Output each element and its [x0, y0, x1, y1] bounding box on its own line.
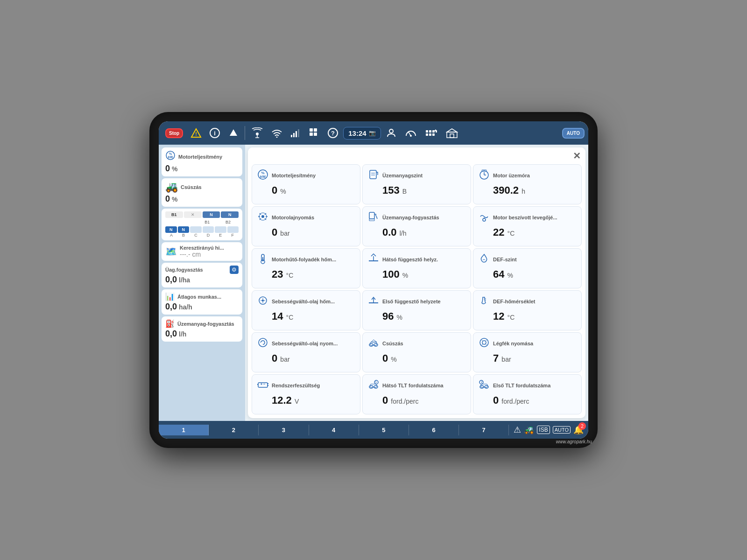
svg-point-66 — [369, 343, 373, 346]
notification-count: 2 — [578, 422, 586, 430]
card-icon-1 — [367, 168, 380, 183]
notification-container: 🔔 2 — [573, 425, 584, 435]
svg-point-53 — [261, 260, 265, 264]
field-grid-icon[interactable] — [422, 125, 441, 141]
apps-grid-icon[interactable] — [306, 125, 323, 141]
tab-7[interactable]: 7 — [459, 425, 509, 435]
sidebar: % kW Motorteljesítmény 0 % 🚜 — [159, 145, 245, 421]
svg-marker-69 — [371, 340, 377, 342]
fuel-icon: ⛽ — [165, 319, 175, 328]
data-card-16[interactable]: Hátsó TLT fordulatszáma 0 ford./perc — [362, 374, 471, 414]
card-header-10: Első függesztő helyzete — [367, 294, 466, 309]
camera-icon: 📷 — [369, 130, 376, 136]
data-card-8[interactable]: DEF-szint 64 % — [473, 248, 582, 288]
card-unit-9: °C — [286, 314, 294, 321]
card-value-12: 0 bar — [257, 352, 355, 364]
data-card-11[interactable]: DEF-hőmérséklet 12 °C — [473, 290, 582, 330]
card-unit-6: °C — [286, 272, 294, 279]
card-icon-2 — [478, 168, 490, 183]
svg-point-8 — [276, 137, 278, 138]
tab-6[interactable]: 6 — [409, 425, 459, 435]
uag-settings-btn[interactable]: ⚙ — [230, 266, 239, 274]
data-card-2[interactable]: Motor üzemóra 390.2 h — [473, 164, 582, 204]
farm-icon[interactable] — [443, 125, 461, 141]
arrow-up-icon[interactable] — [225, 125, 242, 141]
card-header-11: DEF-hőmérséklet — [478, 294, 577, 309]
card-unit-5: °C — [507, 230, 515, 237]
card-icon-12 — [257, 336, 269, 351]
card-unit-4: l/h — [400, 230, 407, 237]
card-value-9: 14 °C — [257, 310, 355, 322]
info-icon[interactable]: i — [206, 125, 223, 141]
card-header-2: Motor üzemóra — [478, 168, 577, 183]
card-unit-0: % — [280, 188, 286, 195]
user-icon[interactable] — [383, 125, 400, 141]
card-icon-7 — [367, 252, 380, 267]
svg-point-50 — [483, 218, 486, 221]
signal-icon[interactable] — [287, 125, 304, 141]
tab-5[interactable]: 5 — [359, 425, 409, 435]
auto-bottom-icon[interactable]: AUTO — [553, 426, 571, 434]
card-unit-15: V — [295, 398, 299, 405]
isb-icon[interactable]: ISB — [537, 426, 550, 434]
warning-bottom-icon[interactable]: ⚠ — [514, 425, 521, 435]
stop-label[interactable]: Stop — [165, 128, 183, 138]
card-icon-8 — [478, 252, 490, 267]
data-card-12[interactable]: Sebességváltó-olaj nyom... 0 bar — [252, 332, 360, 372]
close-button[interactable]: ✕ — [573, 150, 581, 161]
data-card-7[interactable]: Hátsó függesztő helyz. 100 % — [362, 248, 471, 288]
tractor-bottom-icon[interactable]: 🚜 — [524, 425, 534, 435]
svg-marker-29 — [434, 129, 437, 131]
csuszas-unit: % — [172, 196, 177, 203]
card-icon-10 — [367, 294, 380, 309]
svg-text:?: ? — [331, 130, 335, 137]
speedometer-icon[interactable] — [402, 125, 420, 141]
gear-b: N — [178, 226, 190, 233]
motor-title: Motorteljesítmény — [178, 154, 222, 160]
card-unit-12: bar — [280, 356, 289, 363]
card-title-14: Légfék nyomása — [493, 341, 533, 347]
data-card-5[interactable]: Motor beszívott levegőjé... 22 °C — [473, 206, 582, 246]
card-title-15: Rendszerfeszültség — [272, 383, 320, 389]
data-card-9[interactable]: Sebességváltó-olaj hőm... 14 °C — [252, 290, 360, 330]
svg-text:i: i — [214, 130, 216, 137]
uag-unit: l/ha — [179, 276, 190, 284]
work-speed-icon: 📊 — [165, 292, 175, 301]
data-card-15[interactable]: Rendszerfeszültség 12.2 V — [252, 374, 360, 414]
warning-icon[interactable]: ! — [188, 125, 204, 141]
card-unit-16: ford./perc — [391, 398, 418, 405]
auto-button[interactable]: AUTO — [562, 128, 585, 139]
data-card-0[interactable]: %kW Motorteljesítmény 0 % — [252, 164, 360, 204]
data-card-13[interactable]: Csúszás 0 % — [362, 332, 471, 372]
gear-a: N — [165, 226, 177, 233]
tab-2[interactable]: 2 — [209, 425, 259, 435]
help-icon[interactable]: ? — [324, 125, 341, 141]
card-unit-3: bar — [280, 230, 289, 237]
uzemanyag-value: 0,0 — [165, 329, 177, 339]
stop-button[interactable]: Stop — [162, 125, 186, 141]
tab-3[interactable]: 3 — [259, 425, 309, 435]
card-icon-17 — [478, 378, 490, 393]
data-card-14[interactable]: Légfék nyomása 7 bar — [473, 332, 582, 372]
card-title-2: Motor üzemóra — [493, 173, 530, 179]
data-card-17[interactable]: Első TLT fordulatszáma 0 ford./perc — [473, 374, 582, 414]
data-card-1[interactable]: Üzemanyagszint 153 B — [362, 164, 471, 204]
svg-rect-22 — [426, 130, 428, 133]
gps-icon[interactable] — [248, 125, 267, 141]
data-card-4[interactable]: Üzemanyag-fogyasztás 0.0 l/h — [362, 206, 471, 246]
data-card-10[interactable]: Első függesztő helyzete 96 % — [362, 290, 471, 330]
wifi-icon[interactable] — [268, 125, 285, 141]
tab-1[interactable]: 1 — [159, 425, 209, 435]
data-panel: ✕ %kW Motorteljesítmény 0 % Üzemanyagszi… — [248, 147, 585, 418]
data-card-3[interactable]: Motorolajnyomás 0 bar — [252, 206, 360, 246]
card-value-4: 0.0 l/h — [367, 226, 466, 238]
screen: Stop ! i — [159, 121, 588, 439]
card-value-3: 0 bar — [257, 226, 355, 238]
svg-rect-32 — [450, 134, 454, 138]
svg-point-21 — [410, 135, 412, 137]
svg-rect-24 — [432, 130, 435, 133]
svg-point-79 — [369, 385, 373, 388]
svg-text:%: % — [169, 152, 172, 155]
data-card-6[interactable]: Motorhűtő-folyadék hőm... 23 °C — [252, 248, 360, 288]
tab-4[interactable]: 4 — [309, 425, 359, 435]
